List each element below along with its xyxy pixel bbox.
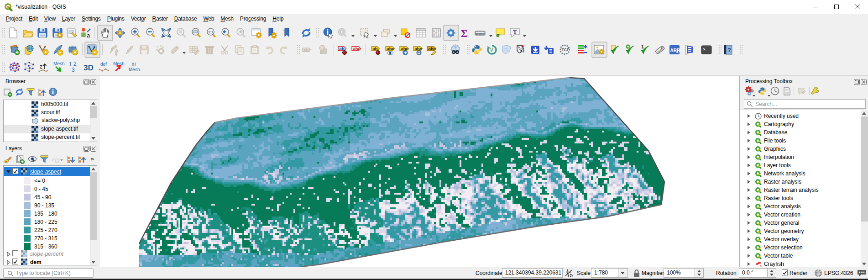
svg-text:XL: XL bbox=[131, 62, 137, 67]
svg-text:abc: abc bbox=[387, 46, 394, 51]
svg-text:a: a bbox=[87, 32, 90, 39]
svg-text:z: z bbox=[40, 63, 42, 70]
svg-text:def: def bbox=[100, 62, 107, 67]
svg-text:abc: abc bbox=[401, 46, 408, 51]
svg-text:ARR: ARR bbox=[670, 48, 680, 53]
svg-text:ab: ab bbox=[373, 46, 378, 51]
svg-text:1: 1 bbox=[641, 44, 644, 49]
svg-text:3: 3 bbox=[72, 67, 75, 73]
svg-text:Σ: Σ bbox=[461, 28, 468, 39]
svg-text:abc: abc bbox=[429, 46, 436, 51]
svg-text:Mesh: Mesh bbox=[129, 67, 140, 72]
svg-text:TCF: TCF bbox=[562, 48, 570, 52]
svg-text:Mesh: Mesh bbox=[53, 61, 64, 66]
svg-text:ε: ε bbox=[52, 156, 55, 163]
svg-text:abc: abc bbox=[415, 46, 422, 51]
svg-text:T: T bbox=[513, 28, 517, 35]
svg-text:ab: ab bbox=[340, 46, 345, 51]
svg-text:2: 2 bbox=[73, 61, 77, 67]
svg-text:1:1: 1:1 bbox=[208, 30, 214, 34]
svg-text:>_: >_ bbox=[703, 48, 708, 52]
svg-text:abc: abc bbox=[353, 46, 361, 51]
svg-text:3D: 3D bbox=[84, 63, 94, 72]
svg-text:?: ? bbox=[727, 47, 731, 53]
svg-text:abc: abc bbox=[303, 48, 310, 53]
svg-text:»: » bbox=[91, 156, 94, 162]
svg-text:V: V bbox=[490, 48, 493, 53]
